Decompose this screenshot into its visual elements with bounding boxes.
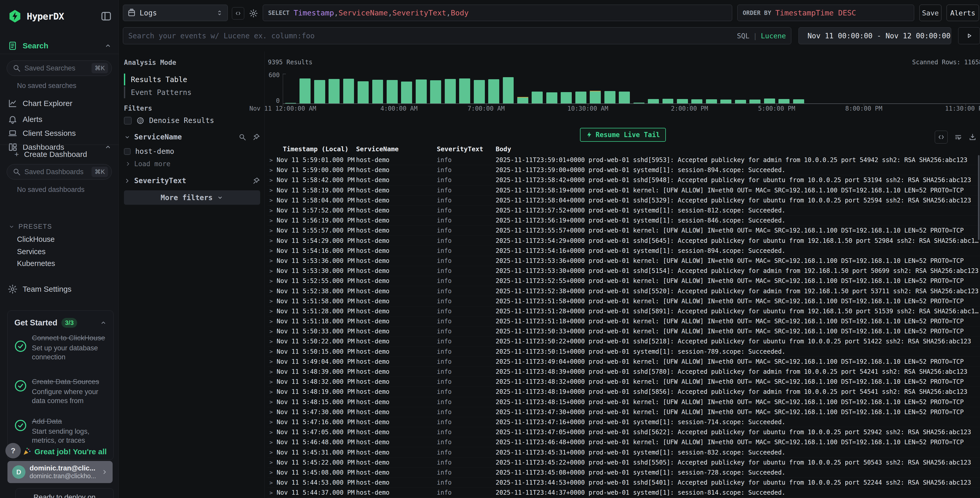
event-histogram[interactable] bbox=[283, 74, 980, 104]
create-dashboard-button[interactable]: + Create Dashboard bbox=[14, 147, 112, 161]
histogram-bar[interactable] bbox=[719, 74, 733, 104]
expand-row-icon[interactable]: > bbox=[267, 419, 277, 425]
histogram-bar[interactable] bbox=[820, 74, 835, 104]
sidebar-item-search[interactable]: Search bbox=[8, 38, 112, 53]
log-row[interactable]: >Nov 11 5:47:05.000 PMhost-demoinfo2025-… bbox=[267, 427, 980, 437]
histogram-bar[interactable] bbox=[356, 74, 370, 104]
histogram-bar[interactable] bbox=[617, 74, 632, 104]
histogram-bar[interactable] bbox=[850, 74, 864, 104]
expand-row-icon[interactable]: > bbox=[267, 238, 277, 244]
log-row[interactable]: >Nov 11 5:48:32.000 PMhost-demoinfo2025-… bbox=[267, 377, 980, 387]
column-header-severitytext[interactable]: SeverityText bbox=[437, 145, 496, 153]
histogram-bar[interactable] bbox=[574, 74, 588, 104]
expand-row-icon[interactable]: > bbox=[267, 358, 277, 365]
log-row[interactable]: >Nov 11 5:52:55.000 PMhost-demoinfo2025-… bbox=[267, 276, 980, 286]
log-row[interactable]: >Nov 11 5:45:31.000 PMhost-demoinfo2025-… bbox=[267, 447, 980, 457]
log-row[interactable]: >Nov 11 5:47:30.000 PMhost-demoinfo2025-… bbox=[267, 407, 980, 417]
histogram-bar[interactable] bbox=[487, 74, 501, 104]
histogram-bar[interactable] bbox=[690, 74, 704, 104]
log-row[interactable]: >Nov 11 5:51:18.000 PMhost-demoinfo2025-… bbox=[267, 316, 980, 326]
host-demo-checkbox[interactable] bbox=[124, 148, 130, 155]
log-row[interactable]: >Nov 11 5:53:36.000 PMhost-demoinfo2025-… bbox=[267, 256, 980, 266]
pin-icon[interactable] bbox=[253, 177, 260, 185]
log-row[interactable]: >Nov 11 5:50:33.000 PMhost-demoinfo2025-… bbox=[267, 326, 980, 337]
wrap-lines-button[interactable] bbox=[954, 133, 962, 141]
preset-clickhouse[interactable]: ClickHouse bbox=[17, 235, 55, 244]
order-by-input[interactable]: ORDER BY TimestampTime DESC bbox=[737, 5, 914, 21]
sql-editor-button[interactable] bbox=[232, 7, 244, 19]
log-row[interactable]: >Nov 11 5:57:52.000 PMhost-demoinfo2025-… bbox=[267, 206, 980, 215]
search-input[interactable] bbox=[128, 32, 733, 40]
expand-row-icon[interactable]: > bbox=[267, 369, 277, 375]
sql-toggle[interactable]: SQL bbox=[737, 32, 749, 40]
histogram-bar[interactable] bbox=[501, 74, 515, 104]
scrollbar-thumb[interactable] bbox=[978, 155, 980, 240]
log-row[interactable]: >Nov 11 5:48:39.000 PMhost-demoinfo2025-… bbox=[267, 367, 980, 377]
log-row[interactable]: >Nov 11 5:46:48.000 PMhost-demoinfo2025-… bbox=[267, 437, 980, 447]
log-row[interactable]: >Nov 11 5:44:37.000 PMhost-demoinfo2025-… bbox=[267, 488, 980, 498]
histogram-bar[interactable] bbox=[298, 74, 312, 104]
alerts-button[interactable]: Alerts bbox=[947, 5, 979, 21]
expand-row-icon[interactable]: > bbox=[267, 439, 277, 445]
histogram-bar[interactable] bbox=[661, 74, 675, 104]
expand-row-icon[interactable]: > bbox=[267, 208, 277, 214]
log-row[interactable]: >Nov 11 5:58:42.000 PMhost-demoinfo2025-… bbox=[267, 175, 980, 185]
more-filters-button[interactable]: More filters bbox=[124, 190, 260, 205]
preset-kubernetes[interactable]: Kubernetes bbox=[17, 259, 55, 268]
sidebar-item-team-settings[interactable]: Team Settings bbox=[8, 282, 112, 296]
histogram-bar[interactable] bbox=[748, 74, 762, 104]
expand-row-icon[interactable]: > bbox=[267, 187, 277, 193]
lucene-search-bar[interactable]: SQL | Lucene bbox=[123, 27, 791, 44]
log-row[interactable]: >Nov 11 5:51:58.000 PMhost-demoinfo2025-… bbox=[267, 296, 980, 306]
histogram-bar[interactable] bbox=[646, 74, 660, 104]
expand-row-icon[interactable]: > bbox=[267, 328, 277, 335]
histogram-bar[interactable] bbox=[428, 74, 443, 104]
log-row[interactable]: >Nov 11 5:59:00.000 PMhost-demoinfo2025-… bbox=[267, 165, 980, 175]
expand-row-icon[interactable]: > bbox=[267, 469, 277, 476]
log-row[interactable]: >Nov 11 5:54:29.000 PMhost-demoinfo2025-… bbox=[267, 236, 980, 246]
log-row[interactable]: >Nov 11 5:47:16.000 PMhost-demoinfo2025-… bbox=[267, 417, 980, 427]
saved-dashboards-search[interactable]: ⌘K bbox=[7, 164, 112, 180]
column-header-servicename[interactable]: ServiceName bbox=[356, 145, 437, 153]
saved-dashboards-input[interactable] bbox=[24, 168, 88, 176]
log-row[interactable]: >Nov 11 5:54:16.000 PMhost-demoinfo2025-… bbox=[267, 246, 980, 256]
log-row[interactable]: >Nov 11 5:56:19.000 PMhost-demoinfo2025-… bbox=[267, 215, 980, 226]
filter-group-severitytext[interactable]: SeverityText bbox=[124, 176, 260, 185]
load-more-button[interactable]: Load more bbox=[125, 160, 170, 168]
histogram-bar[interactable] bbox=[312, 74, 327, 104]
expand-row-icon[interactable]: > bbox=[267, 308, 277, 314]
collapse-sidebar-icon[interactable] bbox=[100, 11, 112, 22]
filter-value-host-demo[interactable]: host-demo bbox=[124, 147, 260, 156]
pin-icon[interactable] bbox=[253, 133, 260, 141]
histogram-bar[interactable] bbox=[385, 74, 399, 104]
log-row[interactable]: >Nov 11 5:44:53.000 PMhost-demoinfo2025-… bbox=[267, 478, 980, 488]
log-row[interactable]: >Nov 11 5:58:04.000 PMhost-demoinfo2025-… bbox=[267, 195, 980, 206]
histogram-bar[interactable] bbox=[835, 74, 849, 104]
tab-event-patterns[interactable]: Event Patterns bbox=[124, 86, 258, 98]
histogram-bar[interactable] bbox=[603, 74, 617, 104]
histogram-bar[interactable] bbox=[733, 74, 748, 104]
tab-results-table[interactable]: Results Table bbox=[124, 73, 258, 85]
expand-row-icon[interactable]: > bbox=[267, 399, 277, 405]
preset-services[interactable]: Services bbox=[17, 247, 46, 256]
user-menu[interactable]: D dominic.tran@clic... dominic.tran@clic… bbox=[8, 461, 113, 483]
histogram-bar[interactable] bbox=[341, 74, 356, 104]
expand-row-icon[interactable]: > bbox=[267, 247, 277, 254]
histogram-bar[interactable] bbox=[965, 74, 980, 104]
column-header-timestamp[interactable]: Timestamp (Local) bbox=[267, 145, 356, 153]
histogram-bar[interactable] bbox=[806, 74, 820, 104]
expand-row-icon[interactable]: > bbox=[267, 449, 277, 456]
expand-row-icon[interactable]: > bbox=[267, 217, 277, 224]
lucene-toggle[interactable]: Lucene bbox=[761, 32, 786, 40]
source-select[interactable]: Logs bbox=[123, 5, 228, 21]
histogram-bar[interactable] bbox=[443, 74, 457, 104]
histogram-bar[interactable] bbox=[399, 74, 414, 104]
log-row[interactable]: >Nov 11 5:50:22.000 PMhost-demoinfo2025-… bbox=[267, 337, 980, 346]
expand-row-icon[interactable]: > bbox=[267, 429, 277, 436]
expand-row-icon[interactable]: > bbox=[267, 157, 277, 163]
expand-row-icon[interactable]: > bbox=[267, 257, 277, 264]
histogram-bar[interactable] bbox=[675, 74, 689, 104]
expand-row-icon[interactable]: > bbox=[267, 459, 277, 466]
download-button[interactable] bbox=[969, 133, 977, 141]
expand-row-icon[interactable]: > bbox=[267, 389, 277, 395]
